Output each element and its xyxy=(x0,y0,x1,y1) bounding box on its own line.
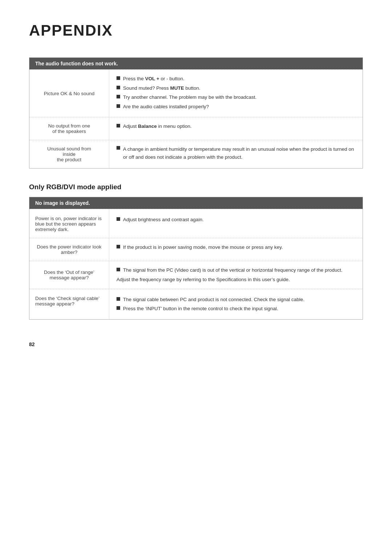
row-label: Does the ‘Check signal cable’ message ap… xyxy=(29,289,109,319)
bullet-text: Press the ‘INPUT’ button in the remote c… xyxy=(123,305,355,313)
bullet-item: Try another channel. The problem may be … xyxy=(117,93,355,101)
bullet-item: Adjust brightness and contrast again. xyxy=(117,216,355,224)
bullet-icon xyxy=(117,245,120,248)
table-row: Unusual sound frominsidethe product A ch… xyxy=(29,140,363,168)
rgb-table: No image is displayed. Power is on, powe… xyxy=(29,197,363,319)
bullet-text: If the product is in power saving mode, … xyxy=(123,243,355,251)
row-label: No output from oneof the speakers xyxy=(29,117,109,140)
row-label: Does the power indicator look amber? xyxy=(29,238,109,261)
bullet-item: A change in ambient humidity or temperat… xyxy=(117,145,355,161)
bullet-icon xyxy=(117,268,120,271)
row-content: Adjust Balance in menu option. xyxy=(109,117,363,140)
row-label: Does the ‘Out of range’message appear? xyxy=(29,261,109,288)
bullet-icon xyxy=(117,86,120,89)
row-content: The signal cable between PC and product … xyxy=(109,289,363,319)
bullet-icon xyxy=(117,76,120,80)
table-row: Picture OK & No sound Press the VOL + or… xyxy=(29,69,363,117)
bullet-item: Are the audio cables installed properly? xyxy=(117,103,355,111)
bullet-item: Press the ‘INPUT’ button in the remote c… xyxy=(117,305,355,313)
bullet-text: The signal from the PC (Video card) is o… xyxy=(123,266,355,274)
audio-table: The audio function does not work. Pictur… xyxy=(29,57,363,169)
bullet-item: Press the VOL + or - button. xyxy=(117,75,355,83)
bullet-text: Adjust brightness and contrast again. xyxy=(123,216,355,224)
bullet-text: Try another channel. The problem may be … xyxy=(123,93,355,101)
bullet-icon xyxy=(117,297,120,301)
bullet-text: The signal cable between PC and product … xyxy=(123,296,355,304)
row-label: Power is on, power indicator is blue but… xyxy=(29,209,109,238)
bullet-item: The signal cable between PC and product … xyxy=(117,296,355,304)
note-text: Adjust the frequency range by referring … xyxy=(117,276,355,284)
bullet-icon xyxy=(117,306,120,310)
row-content: If the product is in power saving mode, … xyxy=(109,238,363,261)
row-label: Unusual sound frominsidethe product xyxy=(29,140,109,168)
bullet-icon xyxy=(117,124,120,127)
bullet-item: If the product is in power saving mode, … xyxy=(117,243,355,251)
audio-table-header: The audio function does not work. xyxy=(29,58,363,69)
table-row: Does the power indicator look amber? If … xyxy=(29,238,363,261)
bullet-icon xyxy=(117,95,120,98)
table-row: Does the ‘Out of range’message appear? T… xyxy=(29,261,363,288)
bullet-text: Sound muted? Press MUTE button. xyxy=(123,84,355,92)
row-content: Press the VOL + or - button. Sound muted… xyxy=(109,70,363,117)
bullet-item: Sound muted? Press MUTE button. xyxy=(117,84,355,92)
bullet-text: Adjust Balance in menu option. xyxy=(123,122,355,130)
table-row: Does the ‘Check signal cable’ message ap… xyxy=(29,289,363,319)
bullet-icon xyxy=(117,104,120,108)
table-row: No output from oneof the speakers Adjust… xyxy=(29,117,363,140)
row-label: Picture OK & No sound xyxy=(29,70,109,117)
bullet-text: Press the VOL + or - button. xyxy=(123,75,355,83)
row-content: A change in ambient humidity or temperat… xyxy=(109,140,363,168)
page-number: 82 xyxy=(29,341,363,347)
rgb-table-header: No image is displayed. xyxy=(29,197,363,209)
bullet-text: A change in ambient humidity or temperat… xyxy=(123,145,355,161)
table-row: Power is on, power indicator is blue but… xyxy=(29,209,363,238)
row-content: Adjust brightness and contrast again. xyxy=(109,209,363,238)
page-title: APPENDIX xyxy=(29,22,363,39)
bullet-icon xyxy=(117,146,120,150)
bullet-icon xyxy=(117,217,120,221)
rgb-section-subtitle: Only RGB/DVI mode applied xyxy=(29,183,363,191)
bullet-text: Are the audio cables installed properly? xyxy=(123,103,355,111)
row-content: The signal from the PC (Video card) is o… xyxy=(109,261,363,288)
bullet-item: Adjust Balance in menu option. xyxy=(117,122,355,130)
bullet-item: The signal from the PC (Video card) is o… xyxy=(117,266,355,274)
